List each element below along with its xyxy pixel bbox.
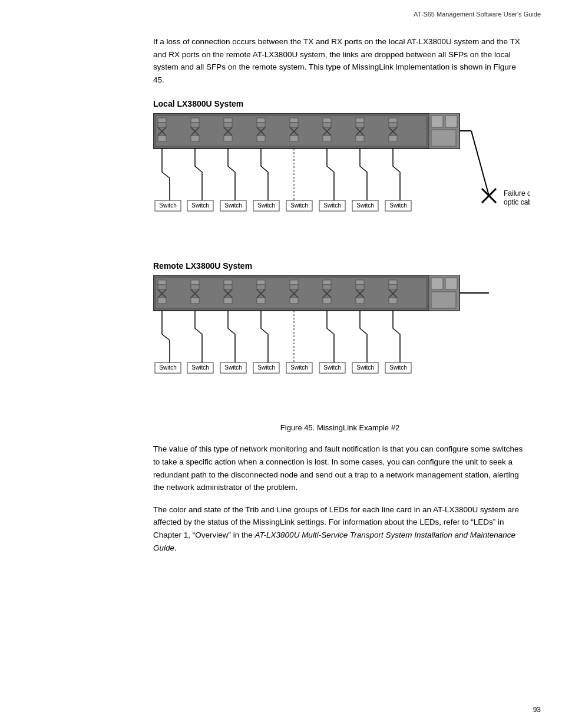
svg-rect-26 [290,136,298,141]
svg-text:Switch: Switch [191,364,209,371]
figure-caption: Figure 45. MissingLink Example #2 [153,423,527,432]
svg-rect-37 [389,118,397,123]
svg-text:Switch: Switch [323,364,340,371]
local-diagram-svg: Switch Switch Switch Switch Switch Switc… [153,113,530,249]
svg-rect-107 [389,285,397,289]
svg-rect-92 [290,285,298,289]
svg-rect-114 [431,292,456,308]
svg-rect-81 [224,280,232,285]
svg-rect-95 [290,298,298,304]
body-paragraph-2: The color and state of the Trib and Line… [153,503,527,554]
svg-text:Switch: Switch [356,364,373,371]
svg-rect-33 [356,123,364,127]
page-header: AT-S65 Management Software User's Guide [414,11,541,18]
svg-rect-32 [356,118,364,123]
svg-rect-106 [389,280,397,285]
svg-rect-41 [389,136,397,141]
full-diagram-remote: Switch Switch Switch Switch Switch Switc… [153,275,530,413]
svg-rect-97 [323,285,331,289]
page-number: 93 [533,706,541,714]
remote-system-section: Remote LX3800U System [153,261,527,413]
header-title: AT-S65 Management Software User's Guide [414,11,541,18]
svg-rect-82 [224,285,232,289]
svg-text:Switch: Switch [191,202,209,209]
svg-rect-38 [389,123,397,127]
svg-rect-43 [431,116,443,127]
svg-text:Switch: Switch [159,364,176,371]
svg-text:Switch: Switch [257,202,275,209]
svg-rect-86 [257,280,265,285]
svg-rect-6 [158,136,166,141]
intro-paragraph: If a loss of connection occurs between t… [153,35,527,86]
svg-line-48 [471,131,489,196]
body-paragraph-1: The value of this type of network monito… [153,443,527,493]
svg-text:Switch: Switch [224,364,242,371]
svg-rect-12 [224,118,232,123]
svg-rect-112 [431,278,443,289]
svg-text:Switch: Switch [224,202,242,209]
svg-rect-102 [356,285,364,289]
svg-rect-13 [224,123,232,127]
svg-rect-23 [290,123,298,127]
svg-text:optic cable: optic cable [504,198,530,206]
svg-rect-105 [356,298,364,304]
svg-text:Switch: Switch [159,202,176,209]
svg-rect-87 [257,285,265,289]
svg-rect-22 [290,118,298,123]
svg-text:Switch: Switch [290,202,308,209]
local-system-label: Local LX3800U System [153,99,527,108]
svg-rect-91 [290,280,298,285]
svg-rect-16 [224,136,232,141]
svg-rect-44 [445,116,457,127]
svg-text:Switch: Switch [389,202,406,209]
svg-rect-11 [191,136,199,141]
svg-rect-90 [257,298,265,304]
svg-rect-76 [191,280,199,285]
remote-system-label: Remote LX3800U System [153,261,527,271]
svg-rect-45 [431,130,456,146]
svg-rect-72 [158,285,166,289]
svg-text:Failure of fiber: Failure of fiber [504,189,530,197]
svg-text:Switch: Switch [356,202,373,209]
svg-rect-18 [257,123,265,127]
svg-rect-21 [257,136,265,141]
svg-rect-3 [158,123,166,127]
svg-rect-110 [389,298,397,304]
svg-rect-113 [445,278,457,289]
svg-rect-8 [191,123,199,127]
svg-text:Switch: Switch [389,364,406,371]
svg-rect-2 [158,118,166,123]
svg-rect-27 [323,118,331,123]
svg-rect-101 [356,280,364,285]
svg-text:Switch: Switch [323,202,340,209]
full-diagram-local: Switch Switch Switch Switch Switch Switc… [153,113,530,251]
body-paragraph-2-end: . [174,543,177,552]
svg-text:Switch: Switch [257,364,275,371]
svg-rect-31 [323,136,331,141]
remote-diagram-svg: Switch Switch Switch Switch Switch Switc… [153,275,530,411]
svg-rect-85 [224,298,232,304]
svg-rect-96 [323,280,331,285]
svg-text:Switch: Switch [290,364,308,371]
svg-rect-36 [356,136,364,141]
svg-rect-7 [191,118,199,123]
svg-rect-75 [158,298,166,304]
local-system-section: Local LX3800U System [153,99,527,251]
svg-rect-28 [323,123,331,127]
svg-rect-100 [323,298,331,304]
svg-rect-80 [191,298,199,304]
svg-rect-17 [257,118,265,123]
svg-rect-71 [158,280,166,285]
svg-rect-77 [191,285,199,289]
